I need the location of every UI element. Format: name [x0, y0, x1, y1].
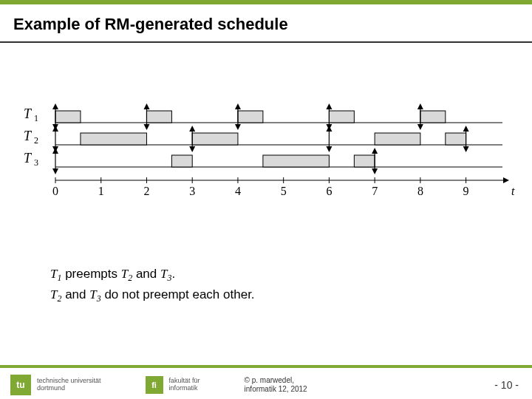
svg-text:9: 9: [463, 185, 469, 197]
svg-text:2: 2: [143, 185, 149, 197]
title-underline: [0, 41, 532, 43]
svg-rect-29: [354, 155, 375, 167]
svg-rect-5: [238, 111, 263, 123]
svg-text:2: 2: [34, 135, 38, 146]
svg-text:8: 8: [417, 185, 423, 197]
svg-text:1: 1: [98, 185, 104, 197]
svg-rect-4: [146, 111, 171, 123]
copyright-text: © p. marwedel, informatik 12, 2012: [245, 376, 307, 394]
svg-text:T: T: [24, 129, 33, 143]
svg-rect-7: [420, 111, 446, 123]
svg-rect-3: [55, 111, 81, 123]
slide-title: Example of RM-generated schedule: [0, 4, 532, 41]
svg-text:6: 6: [326, 185, 332, 197]
schedule-chart: T1T2T30123456789t: [15, 87, 517, 220]
svg-text:T: T: [24, 106, 33, 121]
page-number: - 10 -: [494, 379, 519, 391]
svg-rect-17: [192, 133, 238, 145]
svg-rect-27: [171, 155, 192, 167]
svg-text:T: T: [24, 151, 33, 166]
svg-text:0: 0: [52, 185, 58, 197]
svg-rect-19: [446, 133, 466, 145]
svg-rect-6: [329, 111, 354, 123]
footer-accent-bar: [0, 365, 532, 368]
svg-text:4: 4: [235, 185, 241, 197]
svg-rect-16: [81, 133, 147, 145]
caption-text: T1 preempts T2 and T3. T2 and T3 do not …: [50, 265, 532, 307]
faculty-label: fakultät für informatik: [169, 378, 200, 392]
svg-text:7: 7: [372, 185, 378, 197]
svg-text:3: 3: [34, 157, 38, 168]
svg-text:1: 1: [34, 113, 38, 123]
footer: tu technische universität dortmund fi fa…: [0, 365, 532, 399]
svg-text:t: t: [511, 185, 515, 197]
svg-rect-18: [375, 133, 420, 145]
university-label: technische universität dortmund: [37, 378, 101, 392]
tu-logo: tu: [10, 375, 31, 395]
svg-text:3: 3: [189, 185, 195, 197]
fi-logo: fi: [146, 376, 163, 394]
svg-text:5: 5: [281, 185, 287, 197]
svg-rect-28: [263, 155, 330, 167]
